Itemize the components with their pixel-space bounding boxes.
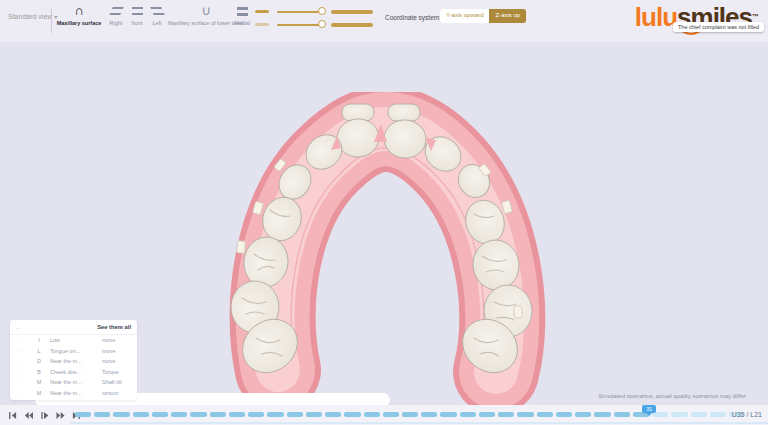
movement-cell-c2: M — [28, 379, 50, 385]
timeline-segment[interactable] — [671, 412, 687, 417]
movement-cell-c4: move — [102, 348, 137, 354]
slider-2-knob[interactable] — [318, 20, 326, 28]
slider-1-bar[interactable] — [331, 10, 373, 14]
timeline-segment[interactable] — [710, 412, 726, 417]
movements-panel-header: .. See them all — [10, 320, 137, 335]
movement-cell-c2: I — [28, 337, 50, 343]
timeline-segment[interactable] — [306, 412, 322, 417]
view-right-button[interactable]: Right — [104, 3, 128, 26]
movement-cell-c4: move — [102, 337, 137, 343]
view-label: Right — [104, 20, 128, 26]
movement-cell-c3: Cheek dire... — [50, 369, 102, 375]
timeline-segment[interactable] — [440, 412, 456, 417]
forward-button[interactable] — [54, 410, 66, 420]
rewind-button[interactable] — [22, 410, 34, 420]
slider-1-track[interactable] — [277, 11, 323, 14]
slider-2-track[interactable] — [277, 24, 323, 27]
view-label: Medial — [228, 20, 256, 26]
view-label: front — [126, 20, 148, 26]
timeline-segment[interactable] — [171, 412, 187, 417]
timeline-segment[interactable] — [402, 412, 418, 417]
slider-2-bar[interactable] — [331, 23, 373, 27]
movement-row[interactable]: -BCheek dire...Torque — [10, 367, 137, 378]
timeline-segment[interactable] — [210, 412, 226, 417]
timeline-segment[interactable] — [113, 412, 129, 417]
movement-row[interactable]: -DNear the m...move — [10, 356, 137, 367]
timeline-segment[interactable] — [517, 412, 533, 417]
movement-row[interactable]: -MNear the m...Shaft tilt — [10, 377, 137, 388]
timeline-base-strip — [70, 422, 768, 425]
timeline-segment[interactable] — [594, 412, 610, 417]
timeline-segment[interactable] — [614, 412, 630, 417]
movement-row[interactable]: -MNear the m...torsion — [10, 388, 137, 399]
coordinate-system-label: Coordinate system: — [385, 14, 441, 21]
movement-cell-c2: L — [28, 348, 50, 354]
view-maxillary-surface-button[interactable]: ∩ Maxillary surface — [54, 3, 104, 26]
timeline-segment[interactable] — [248, 412, 264, 417]
timeline-segment[interactable] — [344, 412, 360, 417]
timeline-segment[interactable] — [325, 412, 341, 417]
layers-right-icon — [104, 3, 128, 19]
timeline-segment[interactable] — [575, 412, 591, 417]
movement-cell-c1: - — [10, 348, 28, 354]
movement-cell-c1: - — [10, 379, 28, 385]
movement-cell-c1: - — [10, 390, 28, 396]
logo-part-orange: lulu — [635, 2, 677, 32]
timeline-segment[interactable] — [479, 412, 495, 417]
movement-cell-c1: - — [10, 358, 28, 364]
timeline-segment[interactable] — [190, 412, 206, 417]
movement-cell-c2: M — [28, 390, 50, 396]
movement-cell-c4: move — [102, 358, 137, 364]
movement-cell-c3: Low — [50, 337, 102, 343]
timeline-segment[interactable] — [94, 412, 110, 417]
timeline-segment[interactable] — [691, 412, 707, 417]
y-axis-upward-option[interactable]: Y-axis upward — [440, 9, 489, 23]
slider-dash-icon — [255, 23, 269, 26]
timeline-segment[interactable] — [556, 412, 572, 417]
standard-view-label: Standard view — [8, 13, 52, 20]
view-front-button[interactable]: front — [126, 3, 148, 26]
play-button[interactable] — [38, 410, 50, 420]
attachment — [514, 306, 523, 319]
trademark-symbol: ™ — [752, 13, 758, 20]
timeline-segment[interactable] — [383, 412, 399, 417]
movement-row[interactable]: -ILowmove — [10, 335, 137, 346]
movement-cell-c2: D — [28, 358, 50, 364]
see-them-all-link[interactable]: See them all — [97, 324, 131, 330]
slider-row-1 — [255, 7, 375, 17]
slider-row-2 — [255, 20, 375, 30]
first-step-button[interactable] — [6, 410, 18, 420]
stage-count-label: U35 / L21 — [732, 411, 762, 418]
timeline-segment[interactable] — [267, 412, 283, 417]
view-label: Maxillary surface — [54, 20, 104, 26]
timeline-segment[interactable] — [287, 412, 303, 417]
view-sliders — [255, 6, 375, 34]
attachment — [237, 241, 246, 254]
timeline-segment[interactable] — [460, 412, 476, 417]
timeline-segment[interactable] — [364, 412, 380, 417]
movement-cell-c3: Tongue ori... — [50, 348, 102, 354]
chief-complaint-tooltip: The chief complaint was not filled — [673, 22, 764, 32]
z-axis-up-option[interactable]: Z-axis up — [489, 9, 526, 23]
toolbar-divider — [51, 9, 52, 33]
timeline-track[interactable]: 31 — [75, 412, 745, 417]
standard-view-dropdown[interactable]: Standard view ▾ — [8, 13, 57, 20]
slider-1-knob[interactable] — [318, 7, 326, 15]
simulation-disclaimer: Simulated scenarios, actual quality scen… — [598, 393, 746, 399]
movement-cell-c4: torsion — [102, 390, 137, 396]
timeline-segment[interactable] — [537, 412, 553, 417]
timeline-segment[interactable] — [133, 412, 149, 417]
timeline-segment[interactable] — [421, 412, 437, 417]
view-medial-button[interactable]: Medial — [228, 3, 256, 26]
timeline-segment[interactable] — [498, 412, 514, 417]
timeline-step-marker[interactable]: 31 — [642, 405, 656, 413]
layers-medial-icon — [228, 3, 256, 19]
panel-dots: .. — [16, 324, 21, 330]
timeline-segment[interactable] — [75, 412, 91, 417]
timeline-segment[interactable] — [152, 412, 168, 417]
movement-cell-c3: Near the m... — [50, 390, 102, 396]
timeline-segment[interactable] — [229, 412, 245, 417]
movement-row[interactable]: -LTongue ori...move — [10, 346, 137, 357]
incisor-tip — [342, 104, 374, 121]
app-window: Standard view ▾ ∩ Maxillary surface Righ… — [0, 0, 768, 425]
